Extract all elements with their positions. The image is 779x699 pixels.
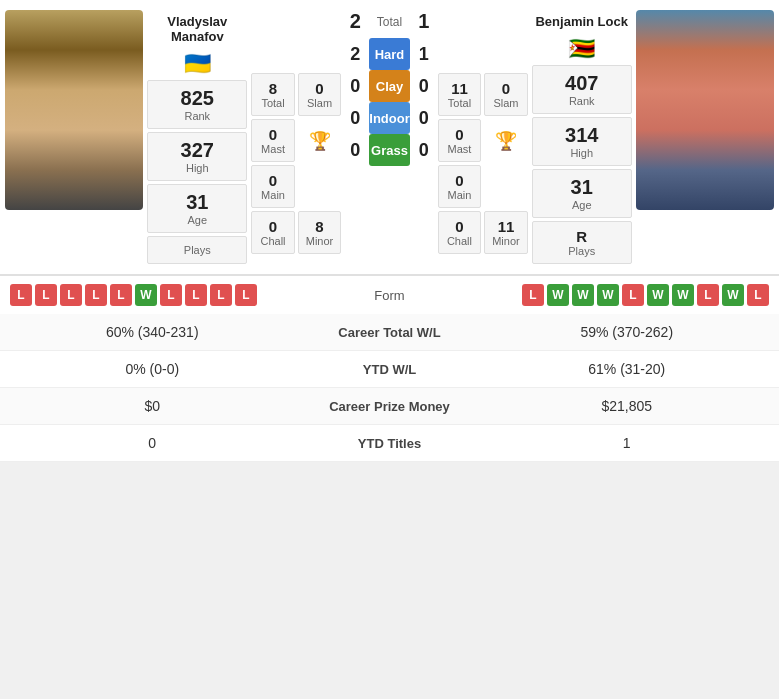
stat-left: 0% (0-0) xyxy=(15,361,290,377)
stat-right: 61% (31-20) xyxy=(490,361,765,377)
surface-badge: Grass xyxy=(369,134,409,166)
surface-badge: Clay xyxy=(369,70,409,102)
player-right-total-lbl: Total xyxy=(448,97,471,109)
player-right-minor-box: 11 Minor xyxy=(484,211,528,254)
form-badge-right: L xyxy=(622,284,644,306)
stat-center: YTD Titles xyxy=(290,436,490,451)
surface-score-right: 1 xyxy=(414,44,434,65)
main-container: Vladyslav Manafov 🇺🇦 825 Rank 327 High 3… xyxy=(0,0,779,462)
surface-badge: Indoor xyxy=(369,102,409,134)
player-right-main-val: 0 xyxy=(455,172,463,189)
player-right-high-box: 314 High xyxy=(532,117,632,166)
player-left-minor-box: 8 Minor xyxy=(298,211,342,254)
player-left-chall-val: 0 xyxy=(269,218,277,235)
stat-left: 60% (340-231) xyxy=(15,324,290,340)
total-label: Total xyxy=(369,15,409,29)
form-badge-left: L xyxy=(10,284,32,306)
form-badge-right: L xyxy=(747,284,769,306)
player-left-stats-col: Vladyslav Manafov 🇺🇦 825 Rank 327 High 3… xyxy=(147,10,247,264)
player-right-rank-lbl: Rank xyxy=(569,95,595,107)
stat-center: YTD W/L xyxy=(290,362,490,377)
player-right-chall-val: 0 xyxy=(455,218,463,235)
player-left-substats: 8 Total 0 Slam 0 Mast 🏆 0 Main xyxy=(251,10,341,264)
form-badge-right: W xyxy=(597,284,619,306)
player-left-chall-box: 0 Chall xyxy=(251,211,295,254)
surface-badge: Hard xyxy=(369,38,409,70)
stat-row: 0 YTD Titles 1 xyxy=(0,425,779,462)
player-left-plays-lbl: Plays xyxy=(184,244,211,256)
total-left: 2 xyxy=(345,10,365,33)
player-right-slam-val: 0 xyxy=(502,80,510,97)
player-right-substats: 11 Total 0 Slam 0 Mast 🏆 0 Main xyxy=(438,10,528,264)
player-left-rank-box: 825 Rank xyxy=(147,80,247,129)
player-right-age-val: 31 xyxy=(571,176,593,199)
player-right-plays-lbl: Plays xyxy=(568,245,595,257)
player-left-slam-box: 0 Slam xyxy=(298,73,342,116)
form-section: LLLLLWLLLL Form LWWWLWWLWL xyxy=(0,274,779,314)
form-badge-left: L xyxy=(110,284,132,306)
surface-score-right: 0 xyxy=(414,140,434,161)
player-right-age-box: 31 Age xyxy=(532,169,632,218)
player-right-main-lbl: Main xyxy=(448,189,472,201)
player-right-slam-box: 0 Slam xyxy=(484,73,528,116)
player-left-high-lbl: High xyxy=(186,162,209,174)
surface-score-right: 0 xyxy=(414,76,434,97)
player-left-total-val: 8 xyxy=(269,80,277,97)
player-right-minor-val: 11 xyxy=(498,218,515,235)
form-badge-right: W xyxy=(547,284,569,306)
surface-row: 2 Hard 1 xyxy=(345,38,433,70)
form-badges-left: LLLLLWLLLL xyxy=(10,284,344,306)
form-badge-left: L xyxy=(160,284,182,306)
surface-score-left: 0 xyxy=(345,76,365,97)
player-right-rank-box: 407 Rank xyxy=(532,65,632,114)
player-right-name: Benjamin Lock xyxy=(532,10,632,33)
form-badge-right: W xyxy=(722,284,744,306)
stat-right: 59% (370-262) xyxy=(490,324,765,340)
player-left-high-val: 327 xyxy=(181,139,214,162)
player-left-minor-lbl: Minor xyxy=(306,235,334,247)
player-right-plays-val: R xyxy=(576,228,587,245)
player-left-plays-box: Plays xyxy=(147,236,247,264)
player-left-rank-val: 825 xyxy=(181,87,214,110)
form-badge-left: L xyxy=(85,284,107,306)
player-left-main-lbl: Main xyxy=(261,189,285,201)
player-left-mast-box: 0 Mast xyxy=(251,119,295,162)
surface-row: 0 Indoor 0 xyxy=(345,102,433,134)
form-badge-right: W xyxy=(647,284,669,306)
surface-row: 0 Clay 0 xyxy=(345,70,433,102)
players-section: Vladyslav Manafov 🇺🇦 825 Rank 327 High 3… xyxy=(0,0,779,274)
stat-left: $0 xyxy=(15,398,290,414)
form-badge-left: L xyxy=(35,284,57,306)
player-left-high-box: 327 High xyxy=(147,132,247,181)
player-right-chall-box: 0 Chall xyxy=(438,211,482,254)
player-left-minor-val: 8 xyxy=(315,218,323,235)
stat-center: Career Prize Money xyxy=(290,399,490,414)
player-left-slam-val: 0 xyxy=(315,80,323,97)
player-right-main-box: 0 Main xyxy=(438,165,482,208)
form-badge-left: W xyxy=(135,284,157,306)
trophy-icon-right: 🏆 xyxy=(495,130,517,152)
player-right-flag: 🇿🇼 xyxy=(532,36,632,62)
player-left-mast-val: 0 xyxy=(269,126,277,143)
surface-score-left: 2 xyxy=(345,44,365,65)
player-right-plays-box: R Plays xyxy=(532,221,632,264)
match-middle-col: 2 Total 1 2 Hard 1 0 Clay 0 0 Indoor 0 0… xyxy=(345,10,433,264)
form-badge-right: W xyxy=(572,284,594,306)
player-right-mast-lbl: Mast xyxy=(448,143,472,155)
form-badge-left: L xyxy=(210,284,232,306)
player-left-age-lbl: Age xyxy=(187,214,207,226)
player-right-total-box: 11 Total xyxy=(438,73,482,116)
trophy-icon-left: 🏆 xyxy=(309,130,331,152)
stat-row: $0 Career Prize Money $21,805 xyxy=(0,388,779,425)
player-right-slam-lbl: Slam xyxy=(493,97,518,109)
player-left-age-box: 31 Age xyxy=(147,184,247,233)
form-badges-right: LWWWLWWLWL xyxy=(436,284,770,306)
player-right-mast-box: 0 Mast xyxy=(438,119,482,162)
stat-right: 1 xyxy=(490,435,765,451)
stats-rows: 60% (340-231) Career Total W/L 59% (370-… xyxy=(0,314,779,462)
player-right-photo xyxy=(636,10,774,210)
total-row: 2 Total 1 xyxy=(345,10,433,33)
player-left-total-lbl: Total xyxy=(261,97,284,109)
form-label: Form xyxy=(350,288,430,303)
form-badge-left: L xyxy=(235,284,257,306)
